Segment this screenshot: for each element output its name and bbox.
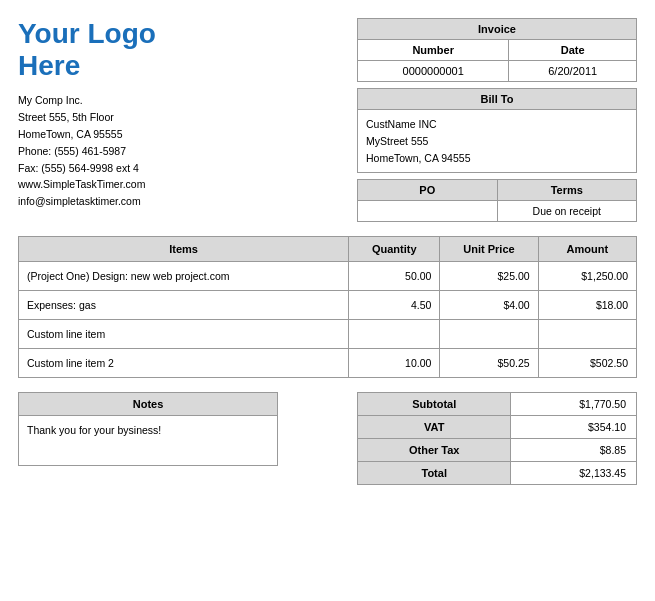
subtotal-value: $1,770.50 [511, 393, 637, 416]
col-quantity-header: Quantity [349, 237, 440, 262]
totals-table: Subtotal $1,770.50 VAT $354.10 Other Tax… [357, 392, 637, 485]
company-website: www.SimpleTaskTimer.com [18, 176, 357, 193]
po-label: PO [358, 180, 498, 201]
logo-area: Your Logo Here My Comp Inc. Street 555, … [18, 18, 357, 210]
invoice-number-label: Number [358, 40, 509, 61]
col-items-header: Items [19, 237, 349, 262]
item-amount-3: $502.50 [538, 349, 636, 378]
table-row: (Project One) Design: new web project.co… [19, 262, 637, 291]
item-quantity-0: 50.00 [349, 262, 440, 291]
company-phone: Phone: (555) 461-5987 [18, 143, 357, 160]
table-row: Custom line item [19, 320, 637, 349]
company-info: My Comp Inc. Street 555, 5th Floor HomeT… [18, 92, 357, 210]
item-quantity-1: 4.50 [349, 291, 440, 320]
items-section: Items Quantity Unit Price Amount (Projec… [18, 236, 637, 378]
item-amount-0: $1,250.00 [538, 262, 636, 291]
item-unit-price-0: $25.00 [440, 262, 538, 291]
invoice-date-value: 6/20/2011 [509, 61, 637, 82]
logo-text: Your Logo Here [18, 18, 357, 82]
item-unit-price-1: $4.00 [440, 291, 538, 320]
company-address2: HomeTown, CA 95555 [18, 126, 357, 143]
col-unit-price-header: Unit Price [440, 237, 538, 262]
bill-to-table: Bill To CustName INC MyStreet 555 HomeTo… [357, 88, 637, 173]
vat-value: $354.10 [511, 416, 637, 439]
totals-area: Subtotal $1,770.50 VAT $354.10 Other Tax… [357, 392, 637, 485]
company-email: info@simpletasktimer.com [18, 193, 357, 210]
items-table: Items Quantity Unit Price Amount (Projec… [18, 236, 637, 378]
item-description-2: Custom line item [19, 320, 349, 349]
item-unit-price-2 [440, 320, 538, 349]
bill-to-label: Bill To [358, 89, 637, 110]
item-unit-price-3: $50.25 [440, 349, 538, 378]
table-row: Expenses: gas 4.50 $4.00 $18.00 [19, 291, 637, 320]
po-value [358, 201, 498, 222]
invoice-title: Invoice [358, 19, 637, 40]
terms-label: Terms [497, 180, 637, 201]
total-label: Total [358, 462, 511, 485]
company-fax: Fax: (555) 564-9998 ext 4 [18, 160, 357, 177]
invoice-number-value: 0000000001 [358, 61, 509, 82]
notes-text: Thank you for your bysiness! [19, 416, 278, 466]
bill-to-line3: HomeTown, CA 94555 [366, 150, 628, 167]
table-row: Custom line item 2 10.00 $50.25 $502.50 [19, 349, 637, 378]
vat-label: VAT [358, 416, 511, 439]
terms-value: Due on receipt [497, 201, 637, 222]
bill-to-line2: MyStreet 555 [366, 133, 628, 150]
company-name: My Comp Inc. [18, 92, 357, 109]
bottom-section: Notes Thank you for your bysiness! Subto… [18, 392, 637, 485]
other-tax-value: $8.85 [511, 439, 637, 462]
subtotal-label: Subtotal [358, 393, 511, 416]
item-amount-1: $18.00 [538, 291, 636, 320]
logo-line2: Here [18, 50, 80, 81]
company-address1: Street 555, 5th Floor [18, 109, 357, 126]
po-terms-table: PO Terms Due on receipt [357, 179, 637, 222]
total-value: $2,133.45 [511, 462, 637, 485]
notes-table: Notes Thank you for your bysiness! [18, 392, 278, 466]
item-amount-2 [538, 320, 636, 349]
col-amount-header: Amount [538, 237, 636, 262]
top-section: Your Logo Here My Comp Inc. Street 555, … [18, 18, 637, 222]
notes-label: Notes [19, 393, 278, 416]
bill-to-content: CustName INC MyStreet 555 HomeTown, CA 9… [358, 110, 637, 173]
invoice-area: Invoice Number Date 0000000001 6/20/2011… [357, 18, 637, 222]
bill-to-line1: CustName INC [366, 116, 628, 133]
invoice-table: Invoice Number Date 0000000001 6/20/2011 [357, 18, 637, 82]
item-quantity-3: 10.00 [349, 349, 440, 378]
item-description-0: (Project One) Design: new web project.co… [19, 262, 349, 291]
item-quantity-2 [349, 320, 440, 349]
other-tax-label: Other Tax [358, 439, 511, 462]
item-description-3: Custom line item 2 [19, 349, 349, 378]
invoice-date-label: Date [509, 40, 637, 61]
logo-line1: Your Logo [18, 18, 156, 49]
notes-area: Notes Thank you for your bysiness! [18, 392, 278, 466]
item-description-1: Expenses: gas [19, 291, 349, 320]
